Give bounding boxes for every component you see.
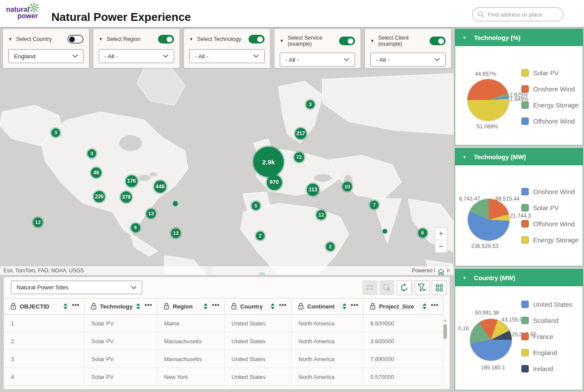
table-row[interactable]: 3Solar PVMassachusettsUnited StatesNorth… bbox=[4, 350, 443, 368]
map-cluster-3[interactable]: 3 bbox=[87, 149, 96, 158]
column-menu-icon[interactable]: ••• bbox=[279, 302, 287, 308]
zoom-out-button[interactable]: − bbox=[435, 240, 447, 253]
clear-selection-button[interactable] bbox=[379, 280, 394, 295]
column-header-continent[interactable]: Continent••• bbox=[292, 298, 363, 314]
legend-item[interactable]: Solar PV bbox=[521, 69, 578, 77]
filter-toggle[interactable] bbox=[339, 37, 355, 45]
legend-item[interactable]: Ireland bbox=[521, 365, 572, 372]
legend-item[interactable]: England bbox=[521, 349, 572, 356]
column-header-objectid[interactable]: OBJECTID••• bbox=[4, 298, 84, 314]
column-menu-icon[interactable]: ••• bbox=[351, 302, 359, 308]
map-cluster-970[interactable]: 970 bbox=[267, 175, 282, 190]
table-row[interactable]: 1Solar PVMaineUnited StatesNorth America… bbox=[4, 315, 443, 332]
sort-icon[interactable] bbox=[342, 303, 346, 309]
map-cluster-113[interactable]: 113 bbox=[307, 184, 319, 196]
sort-icon[interactable] bbox=[204, 303, 208, 309]
collapse-triangle-icon[interactable]: ▼ bbox=[463, 36, 467, 40]
legend-item[interactable]: Scotland bbox=[521, 317, 572, 324]
legend-item[interactable]: Energy Storage bbox=[521, 236, 578, 244]
pie-chart[interactable] bbox=[468, 199, 510, 241]
filter-select[interactable]: - All - bbox=[189, 49, 265, 63]
column-header-country[interactable]: Country••• bbox=[225, 298, 292, 314]
map-cluster-5[interactable]: 5 bbox=[252, 201, 260, 210]
table-row[interactable]: 2Solar PVMassachusettsUnited StatesNorth… bbox=[4, 332, 443, 350]
table-row[interactable]: 4Solar PVNew YorkUnited StatesNorth Amer… bbox=[4, 368, 443, 386]
map-cluster-9[interactable]: 9 bbox=[131, 223, 140, 232]
collapse-triangle-icon[interactable]: ▼ bbox=[463, 155, 467, 159]
world-map[interactable]: Esri, TomTom, FAO, NOAA, USGS Powered by… bbox=[0, 68, 453, 275]
scrollbar-thumb[interactable] bbox=[443, 324, 447, 339]
column-menu-icon[interactable]: ••• bbox=[431, 302, 439, 308]
map-cluster-176[interactable]: 176 bbox=[126, 175, 138, 187]
scroll-up-arrow[interactable]: ▲ bbox=[443, 318, 448, 322]
filter-by-extent-button[interactable] bbox=[415, 280, 430, 295]
map-cluster-217[interactable]: 217 bbox=[295, 128, 306, 139]
filter-toggle[interactable] bbox=[67, 35, 84, 44]
map-cluster-3[interactable]: 3 bbox=[51, 128, 60, 137]
map-cluster-3[interactable]: 3 bbox=[306, 100, 315, 109]
legend-item[interactable]: Solar PV bbox=[521, 204, 578, 211]
filter-select[interactable]: - All - bbox=[370, 53, 446, 67]
legend-item[interactable]: France bbox=[521, 333, 572, 340]
show-selection-button[interactable] bbox=[362, 280, 377, 295]
column-menu-icon[interactable]: ••• bbox=[212, 302, 220, 308]
layer-selector[interactable]: Natural Power Sites bbox=[11, 281, 142, 294]
zoom-in-button[interactable]: + bbox=[435, 228, 447, 240]
column-header-project_size[interactable]: Project_Size••• bbox=[363, 298, 443, 314]
map-cluster-2[interactable]: 2 bbox=[256, 231, 265, 240]
home-extent-button[interactable] bbox=[435, 265, 447, 275]
map-cluster-6[interactable]: 6 bbox=[418, 228, 427, 238]
map-cluster-12[interactable]: 12 bbox=[316, 210, 326, 220]
legend-item[interactable]: Onshore Wind bbox=[521, 188, 578, 195]
column-menu-icon[interactable]: ••• bbox=[72, 302, 80, 308]
map-cluster-7[interactable]: 7 bbox=[370, 201, 379, 209]
legend-item[interactable]: Offshore Wind bbox=[521, 117, 578, 125]
map-cluster-13[interactable]: 13 bbox=[146, 209, 156, 218]
sort-icon[interactable] bbox=[136, 303, 140, 309]
panel-header[interactable]: ▼ Country (MW) bbox=[455, 269, 583, 286]
collapse-triangle-icon[interactable]: ▼ bbox=[189, 37, 193, 41]
column-menu-icon[interactable]: ••• bbox=[144, 302, 152, 308]
legend-item[interactable]: Offshore Wind bbox=[521, 220, 578, 228]
filter-toggle[interactable] bbox=[248, 35, 265, 44]
collapse-triangle-icon[interactable]: ▼ bbox=[280, 39, 284, 43]
collapse-triangle-icon[interactable]: ▼ bbox=[99, 37, 103, 41]
pie-chart[interactable] bbox=[467, 79, 509, 121]
map-point[interactable] bbox=[383, 229, 387, 234]
map-cluster-12[interactable]: 12 bbox=[33, 218, 43, 227]
panel-header[interactable]: ▼ Technology (MW) bbox=[455, 148, 583, 165]
legend-item[interactable]: Onshore Wind bbox=[521, 85, 578, 93]
address-search[interactable] bbox=[472, 7, 564, 21]
map-cluster-13[interactable]: 13 bbox=[171, 228, 181, 238]
map-cluster-2[interactable]: 2 bbox=[326, 242, 335, 251]
legend-item[interactable]: United States bbox=[521, 301, 572, 308]
refresh-button[interactable] bbox=[397, 280, 412, 295]
search-input[interactable] bbox=[488, 11, 557, 18]
table-scrollbar[interactable]: ▲ ▼ bbox=[443, 318, 448, 387]
panel-header[interactable]: ▼ Technology (%) bbox=[455, 29, 583, 46]
map-cluster-378[interactable]: 378 bbox=[121, 191, 132, 203]
collapse-triangle-icon[interactable]: ▼ bbox=[370, 39, 374, 43]
pie-chart[interactable] bbox=[470, 319, 512, 361]
map-cluster-2.9k[interactable]: 2.9k bbox=[253, 147, 284, 177]
filter-select[interactable]: - All - bbox=[99, 49, 174, 63]
map-cluster-226[interactable]: 226 bbox=[94, 191, 105, 202]
filter-select[interactable]: - All - bbox=[280, 53, 355, 67]
map-point[interactable] bbox=[173, 201, 178, 206]
map-cluster-46[interactable]: 46 bbox=[91, 168, 101, 178]
collapse-triangle-icon[interactable]: ▼ bbox=[8, 37, 12, 41]
map-cluster-10[interactable]: 10 bbox=[342, 182, 352, 191]
filter-toggle[interactable] bbox=[430, 37, 446, 45]
filter-toggle[interactable] bbox=[158, 35, 174, 44]
filter-select[interactable]: England bbox=[8, 49, 84, 63]
table-actions-button[interactable] bbox=[432, 280, 446, 295]
map-cluster-446[interactable]: 446 bbox=[154, 181, 166, 193]
map-cluster-72[interactable]: 72 bbox=[294, 152, 304, 162]
column-header-technology[interactable]: Technology••• bbox=[84, 298, 157, 314]
sort-icon[interactable] bbox=[423, 303, 426, 309]
legend-item[interactable]: Energy Storage bbox=[521, 101, 578, 109]
sort-icon[interactable] bbox=[271, 303, 275, 309]
column-header-region[interactable]: Region••• bbox=[157, 298, 225, 314]
collapse-triangle-icon[interactable]: ▼ bbox=[463, 276, 467, 280]
sort-icon[interactable] bbox=[64, 303, 67, 309]
